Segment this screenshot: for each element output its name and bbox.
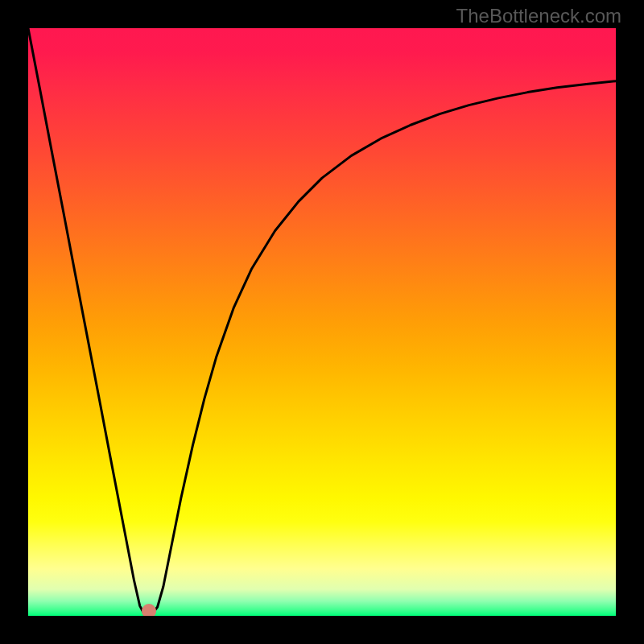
- chart-frame: TheBottleneck.com: [0, 0, 644, 644]
- optimal-point-marker: [142, 604, 156, 616]
- plot-area: [28, 28, 616, 616]
- bottleneck-curve: [28, 28, 616, 616]
- watermark-text: TheBottleneck.com: [456, 5, 621, 27]
